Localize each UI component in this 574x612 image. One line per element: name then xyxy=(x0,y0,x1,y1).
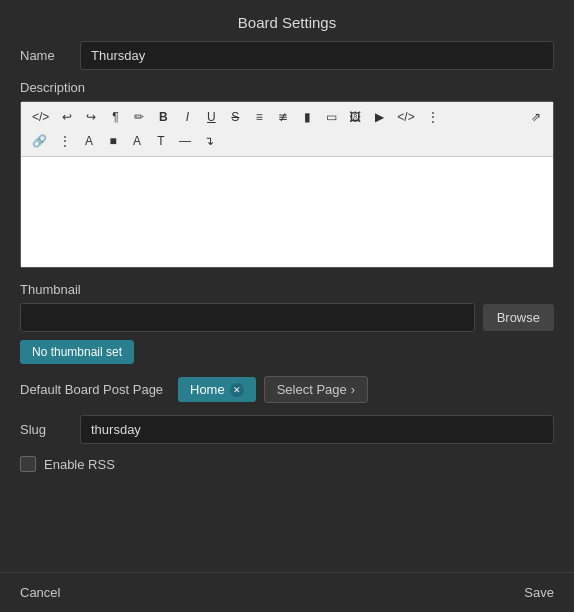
dialog-body: Name Description </> ↩ ↪ ¶ ✏ B I U S ≡ ≢ xyxy=(0,41,574,572)
toolbar-row-2: 🔗 ⋮ A ■ A T — ↴ xyxy=(27,130,547,152)
no-thumbnail-badge: No thumbnail set xyxy=(20,340,134,364)
toolbar-underline-btn[interactable]: U xyxy=(200,106,222,128)
select-page-button[interactable]: Select Page › xyxy=(264,376,368,403)
dialog-footer: Cancel Save xyxy=(0,572,574,612)
slug-row: Slug xyxy=(20,415,554,444)
default-post-row: Default Board Post Page Home ✕ Select Pa… xyxy=(20,376,554,403)
save-button[interactable]: Save xyxy=(524,585,554,600)
toolbar-paragraph-btn[interactable]: ¶ xyxy=(104,106,126,128)
home-circle-icon: ✕ xyxy=(230,383,244,397)
toolbar-bold-btn[interactable]: B xyxy=(152,106,174,128)
toolbar-redo-btn[interactable]: ↪ xyxy=(80,106,102,128)
toolbar-ol-btn[interactable]: ≢ xyxy=(272,106,294,128)
toolbar-image-btn[interactable]: 🖼 xyxy=(344,106,366,128)
toolbar-pen-btn[interactable]: ✏ xyxy=(128,106,150,128)
toolbar-hr-btn[interactable]: — xyxy=(174,130,196,152)
toolbar-row-1: </> ↩ ↪ ¶ ✏ B I U S ≡ ≢ ▮ ▭ 🖼 ▶ </> ⋮ xyxy=(27,106,547,128)
slug-label: Slug xyxy=(20,422,80,437)
toolbar-text-style-btn[interactable]: T xyxy=(150,130,172,152)
toolbar-font-btn[interactable]: A xyxy=(126,130,148,152)
toolbar-grid-btn[interactable]: ⋮ xyxy=(422,106,444,128)
thumbnail-label: Thumbnail xyxy=(20,282,554,297)
name-label: Name xyxy=(20,48,80,63)
browse-button[interactable]: Browse xyxy=(483,304,554,331)
slug-input[interactable] xyxy=(80,415,554,444)
toolbar-indent-btn[interactable]: ↴ xyxy=(198,130,220,152)
default-post-label: Default Board Post Page xyxy=(20,382,170,397)
toolbar-video-btn[interactable]: ▶ xyxy=(368,106,390,128)
toolbar-text-color-btn[interactable]: A xyxy=(78,130,100,152)
name-row: Name xyxy=(20,41,554,70)
board-settings-dialog: Board Settings Name Description </> ↩ ↪ … xyxy=(0,0,574,612)
toolbar-italic-btn[interactable]: I xyxy=(176,106,198,128)
toolbar-bg-color-btn[interactable]: ■ xyxy=(102,130,124,152)
toolbar-ul-btn[interactable]: ≡ xyxy=(248,106,270,128)
toolbar-align-right-btn[interactable]: ▭ xyxy=(320,106,342,128)
editor-toolbar: </> ↩ ↪ ¶ ✏ B I U S ≡ ≢ ▮ ▭ 🖼 ▶ </> ⋮ xyxy=(21,102,553,157)
select-page-label: Select Page xyxy=(277,382,347,397)
toolbar-link-btn[interactable]: 🔗 xyxy=(27,130,52,152)
enable-rss-row: Enable RSS xyxy=(20,456,554,472)
chevron-right-icon: › xyxy=(351,382,355,397)
toolbar-list-btn[interactable]: ⋮ xyxy=(54,130,76,152)
name-input[interactable] xyxy=(80,41,554,70)
toolbar-embed-btn[interactable]: </> xyxy=(392,106,419,128)
toolbar-code-btn[interactable]: </> xyxy=(27,106,54,128)
thumbnail-input[interactable] xyxy=(20,303,475,332)
enable-rss-label: Enable RSS xyxy=(44,457,115,472)
editor-content[interactable] xyxy=(21,157,553,267)
toolbar-fullscreen-btn[interactable]: ⇗ xyxy=(525,106,547,128)
toolbar-strikethrough-btn[interactable]: S xyxy=(224,106,246,128)
description-label: Description xyxy=(20,80,554,95)
toolbar-undo-btn[interactable]: ↩ xyxy=(56,106,78,128)
home-button[interactable]: Home ✕ xyxy=(178,377,256,402)
toolbar-align-left-btn[interactable]: ▮ xyxy=(296,106,318,128)
editor-container: </> ↩ ↪ ¶ ✏ B I U S ≡ ≢ ▮ ▭ 🖼 ▶ </> ⋮ xyxy=(20,101,554,268)
cancel-button[interactable]: Cancel xyxy=(20,585,60,600)
enable-rss-checkbox[interactable] xyxy=(20,456,36,472)
home-label: Home xyxy=(190,382,225,397)
dialog-title: Board Settings xyxy=(0,0,574,41)
thumbnail-row: Browse xyxy=(20,303,554,332)
